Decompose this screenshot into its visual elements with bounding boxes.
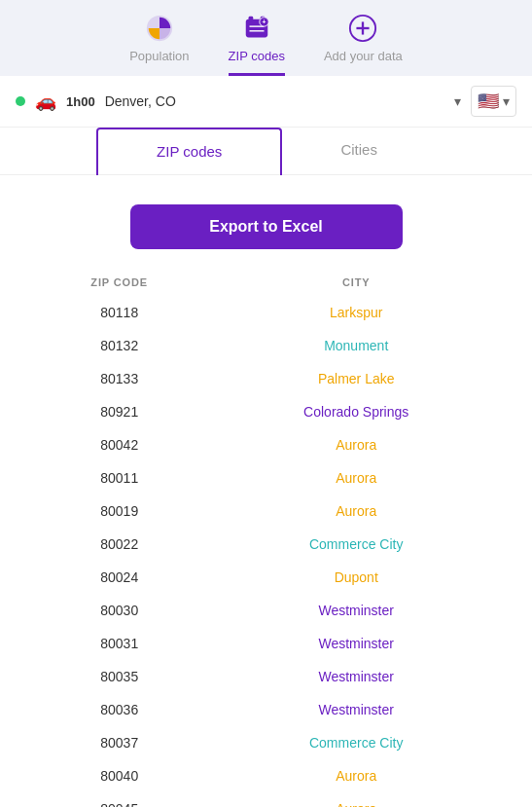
- table-row: 80132Monument: [29, 329, 503, 362]
- nav-item-add[interactable]: Add your data: [324, 14, 403, 76]
- table-row: 80036Westminster: [29, 693, 503, 726]
- nav-item-population[interactable]: Population: [129, 14, 189, 76]
- zip-cell: 80042: [29, 428, 209, 461]
- country-selector[interactable]: 🇺🇸 ▾: [471, 86, 516, 117]
- zip-cell: 80019: [29, 495, 209, 528]
- table-row: 80030Westminster: [29, 594, 503, 627]
- zip-cell: 80022: [29, 528, 209, 561]
- flag-chevron-icon: ▾: [503, 93, 510, 109]
- table-row: 80040Aurora: [29, 759, 503, 792]
- tab-cities[interactable]: Cities: [282, 128, 436, 174]
- table-row: 80118Larkspur: [29, 296, 503, 329]
- location-text: Denver, CO: [105, 93, 444, 109]
- view-tabs: ZIP codes Cities: [0, 128, 532, 175]
- table-row: 80011Aurora: [29, 461, 503, 495]
- travel-time: 1h00: [66, 94, 95, 109]
- search-bar: 🚗 1h00 Denver, CO ▾ 🇺🇸 ▾: [0, 76, 532, 128]
- export-to-excel-button[interactable]: Export to Excel: [130, 204, 403, 249]
- table-row: 80042Aurora: [29, 428, 503, 461]
- city-cell: Colorado Springs: [209, 395, 503, 428]
- city-cell: Aurora: [209, 428, 503, 461]
- svg-text:+: +: [262, 18, 266, 25]
- nav-label-population: Population: [129, 49, 189, 63]
- zip-cell: 80045: [29, 792, 209, 807]
- svg-rect-2: [248, 17, 253, 22]
- city-cell: Westminster: [209, 660, 503, 693]
- table-row: 80035Westminster: [29, 660, 503, 693]
- nav-item-zip[interactable]: + ZIP codes: [229, 14, 285, 76]
- column-header-zip: ZIP CODE: [29, 269, 209, 296]
- nav-label-add: Add your data: [324, 49, 403, 63]
- table-row: 80133Palmer Lake: [29, 362, 503, 395]
- table-row: 80037Commerce City: [29, 726, 503, 759]
- city-cell: Westminster: [209, 693, 503, 726]
- top-navigation: Population + ZIP codes Add your data: [0, 0, 532, 76]
- city-cell: Monument: [209, 329, 503, 362]
- zip-cell: 80133: [29, 362, 209, 395]
- zip-cell: 80037: [29, 726, 209, 759]
- city-cell: Aurora: [209, 792, 503, 807]
- city-cell: Aurora: [209, 495, 503, 528]
- table-row: 80031Westminster: [29, 627, 503, 660]
- city-cell: Commerce City: [209, 726, 503, 759]
- zip-cell: 80024: [29, 561, 209, 594]
- zip-cell: 80011: [29, 461, 209, 495]
- city-cell: Larkspur: [209, 296, 503, 329]
- table-row: 80022Commerce City: [29, 528, 503, 561]
- zip-cell: 80035: [29, 660, 209, 693]
- city-cell: Aurora: [209, 461, 503, 495]
- zip-cell: 80921: [29, 395, 209, 428]
- main-content: Export to Excel ZIP CODE CITY 80118Larks…: [0, 175, 532, 807]
- city-cell: Dupont: [209, 561, 503, 594]
- table-row: 80024Dupont: [29, 561, 503, 594]
- city-cell: Commerce City: [209, 528, 503, 561]
- location-chevron-icon[interactable]: ▾: [454, 93, 461, 109]
- table-row: 80019Aurora: [29, 495, 503, 528]
- city-cell: Westminster: [209, 627, 503, 660]
- nav-label-zip: ZIP codes: [229, 49, 285, 63]
- zip-cell: 80132: [29, 329, 209, 362]
- flag-icon: 🇺🇸: [478, 91, 499, 112]
- car-icon: 🚗: [35, 91, 56, 112]
- export-button-container: Export to Excel: [29, 204, 503, 249]
- zip-cell: 80118: [29, 296, 209, 329]
- zip-cell: 80040: [29, 759, 209, 792]
- city-cell: Palmer Lake: [209, 362, 503, 395]
- zip-code-table: ZIP CODE CITY 80118Larkspur80132Monument…: [29, 269, 503, 807]
- city-cell: Aurora: [209, 759, 503, 792]
- zip-cell: 80036: [29, 693, 209, 726]
- city-cell: Westminster: [209, 594, 503, 627]
- status-dot: [16, 96, 25, 106]
- zip-cell: 80030: [29, 594, 209, 627]
- zip-cell: 80031: [29, 627, 209, 660]
- tab-zip-codes[interactable]: ZIP codes: [96, 128, 282, 175]
- column-header-city: CITY: [209, 269, 503, 296]
- table-row: 80921Colorado Springs: [29, 395, 503, 428]
- table-row: 80045Aurora: [29, 792, 503, 807]
